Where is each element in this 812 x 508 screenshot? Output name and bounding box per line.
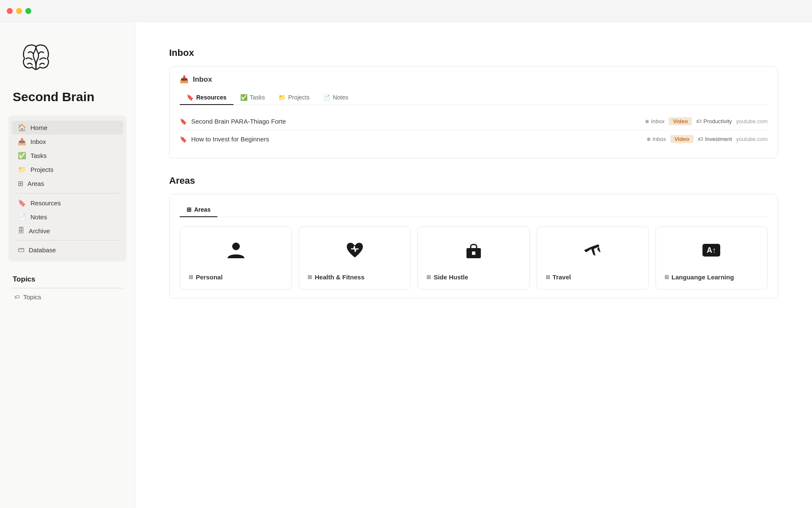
tag-icon-2: 🏷: [698, 136, 703, 142]
area-card-side-hustle[interactable]: ⊞ Side Hustle: [417, 226, 529, 290]
area-grid-icon-side-hustle: ⊞: [426, 274, 431, 280]
areas-tab-icon: ⊞: [187, 206, 192, 213]
inbox-row-1[interactable]: 🔖 Second Brain PARA-Thiago Forte Inbox V…: [180, 113, 768, 130]
area-grid-icon-health: ⊞: [307, 274, 312, 280]
row-badges-2: Inbox Video 🏷 Investment youtube.com: [647, 135, 768, 143]
status-dot-1: [645, 120, 649, 123]
app-title: Second Brain: [13, 90, 126, 104]
areas-tab-label: Areas: [194, 206, 211, 213]
inbox-tabs: 🔖 Resources ✅ Tasks 📁 Projects 📄 Notes: [180, 91, 768, 105]
inbox-row-2[interactable]: 🔖 How to Invest for Beginners Inbox Vide…: [180, 130, 768, 148]
app-logo: [17, 39, 55, 77]
area-grid-icon-language: ⊞: [664, 274, 669, 280]
sidebar-item-notes-label: Notes: [30, 213, 47, 221]
svg-text:A↑: A↑: [707, 246, 716, 254]
sidebar-nav: 🏠 Home 📥 Inbox ✅ Tasks 📁 Projects ⊞ Area…: [8, 116, 126, 262]
sidebar-item-home[interactable]: 🏠 Home: [12, 121, 123, 135]
app-layout: Second Brain 🏠 Home 📥 Inbox ✅ Tasks 📁 Pr…: [0, 22, 812, 508]
sidebar-item-resources[interactable]: 🔖 Resources: [12, 196, 123, 210]
sidebar-item-tasks-label: Tasks: [30, 152, 47, 159]
sidebar-item-home-label: Home: [30, 124, 47, 131]
area-label-side-hustle: ⊞ Side Hustle: [426, 273, 521, 281]
inbox-icon: 📥: [18, 138, 26, 146]
sidebar-item-tasks[interactable]: ✅ Tasks: [12, 149, 123, 163]
areas-grid: ⊞ Personal ⊞ Health & Fitness: [180, 226, 768, 290]
resources-icon: 🔖: [18, 199, 26, 207]
sidebar-item-inbox[interactable]: 📥 Inbox: [12, 135, 123, 149]
database-icon: 🗃: [18, 246, 25, 254]
tab-resources-icon: 🔖: [187, 94, 194, 101]
area-icon-health: [307, 240, 402, 261]
tab-projects-icon: 📁: [278, 94, 285, 101]
sidebar-item-resources-label: Resources: [30, 199, 61, 207]
area-label-personal: ⊞ Personal: [189, 273, 283, 281]
topics-section-title: Topics: [13, 275, 122, 284]
areas-icon: ⊞: [18, 179, 23, 188]
titlebar: [0, 0, 812, 22]
tab-tasks-label: Tasks: [250, 94, 265, 101]
tab-projects-label: Projects: [288, 94, 310, 101]
row-badges-1: Inbox Video 🏷 Productivity youtube.com: [645, 117, 768, 125]
inbox-card-icon: 📥: [180, 75, 189, 84]
row-badge-video-1: Video: [669, 117, 692, 125]
tab-tasks-icon: ✅: [240, 94, 247, 101]
home-icon: 🏠: [18, 124, 26, 132]
sidebar-item-database-label: Database: [29, 246, 56, 254]
archive-icon: 🗄: [18, 227, 25, 235]
areas-card: ⊞ Areas ⊞ Personal: [169, 194, 778, 298]
maximize-button[interactable]: [25, 8, 31, 14]
sidebar-item-database[interactable]: 🗃 Database: [12, 243, 123, 257]
area-card-language[interactable]: A↑ ⊞ Languange Learning: [656, 226, 768, 290]
area-icon-travel: [546, 240, 640, 261]
row-bookmark-icon-2: 🔖: [180, 136, 187, 143]
sidebar-item-archive-label: Archive: [29, 227, 50, 235]
area-card-personal[interactable]: ⊞ Personal: [180, 226, 292, 290]
sidebar-item-projects[interactable]: 📁 Projects: [12, 163, 123, 177]
inbox-card-title: Inbox: [193, 75, 212, 84]
tab-notes-icon: 📄: [323, 94, 330, 101]
minimize-button[interactable]: [16, 8, 22, 14]
area-icon-language: A↑: [664, 240, 759, 261]
inbox-card-header: 📥 Inbox: [180, 75, 768, 84]
topics-label: Topics: [23, 293, 41, 301]
topics-tag-row[interactable]: 🏷 Topics: [8, 291, 126, 303]
nav-divider-2: [15, 240, 120, 240]
areas-tab[interactable]: ⊞ Areas: [180, 203, 217, 217]
row-title-2: How to Invest for Beginners: [191, 135, 647, 143]
row-tag-1: 🏷 Productivity: [696, 118, 732, 124]
areas-tab-row: ⊞ Areas: [180, 203, 768, 217]
sidebar: Second Brain 🏠 Home 📥 Inbox ✅ Tasks 📁 Pr…: [0, 22, 135, 508]
tag-icon-1: 🏷: [696, 118, 702, 124]
row-badge-video-2: Video: [670, 135, 694, 143]
inbox-card: 📥 Inbox 🔖 Resources ✅ Tasks 📁 Projects 📄: [169, 66, 778, 158]
area-card-travel[interactable]: ⊞ Travel: [537, 226, 649, 290]
tag-icon: 🏷: [14, 294, 20, 300]
tab-notes[interactable]: 📄 Notes: [316, 91, 355, 105]
row-title-1: Second Brain PARA-Thiago Forte: [191, 118, 645, 125]
area-grid-icon-personal: ⊞: [189, 274, 193, 280]
areas-section-title: Areas: [169, 175, 778, 186]
svg-point-0: [232, 243, 240, 250]
tab-tasks[interactable]: ✅ Tasks: [233, 91, 272, 105]
sidebar-item-archive[interactable]: 🗄 Archive: [12, 224, 123, 237]
nav-divider-1: [15, 193, 120, 193]
svg-rect-2: [472, 251, 475, 255]
projects-icon: 📁: [18, 166, 26, 174]
sidebar-item-areas-label: Areas: [27, 180, 44, 187]
row-url-2: youtube.com: [736, 136, 768, 142]
close-button[interactable]: [7, 8, 13, 14]
row-tag-2: 🏷 Investment: [698, 136, 732, 142]
tab-resources[interactable]: 🔖 Resources: [180, 91, 233, 105]
row-status-2: Inbox: [647, 136, 666, 142]
sidebar-item-projects-label: Projects: [30, 166, 53, 173]
topics-section: Topics 🏷 Topics: [8, 272, 126, 303]
tab-projects[interactable]: 📁 Projects: [272, 91, 316, 105]
area-icon-side-hustle: [426, 240, 521, 261]
sidebar-item-notes[interactable]: 📄 Notes: [12, 210, 123, 224]
main-content: Inbox 📥 Inbox 🔖 Resources ✅ Tasks 📁 Proj…: [135, 22, 812, 508]
status-dot-2: [647, 138, 650, 141]
area-card-health[interactable]: ⊞ Health & Fitness: [299, 226, 411, 290]
area-label-language: ⊞ Languange Learning: [664, 273, 759, 281]
area-grid-icon-travel: ⊞: [546, 274, 550, 280]
sidebar-item-areas[interactable]: ⊞ Areas: [12, 177, 123, 190]
